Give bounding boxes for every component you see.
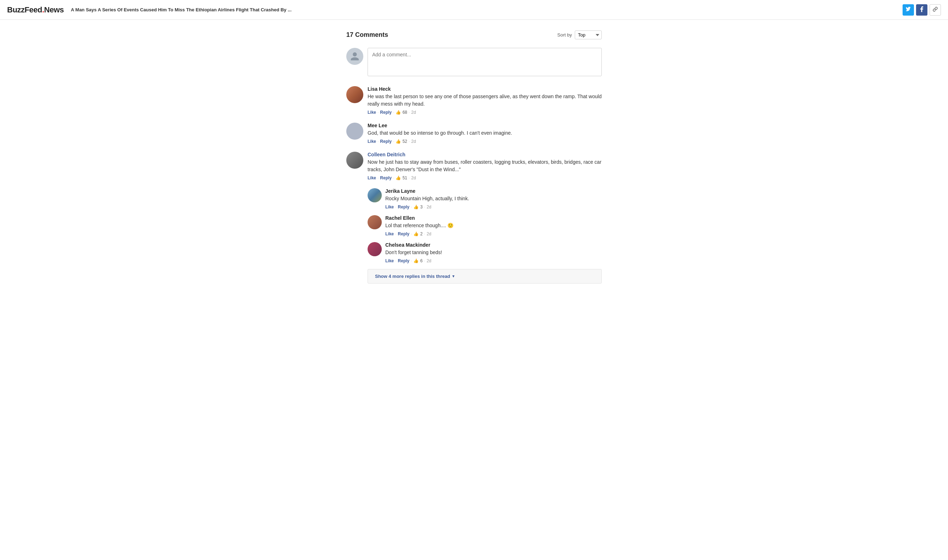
comments-list: Lisa Heck He was the last person to see … — [346, 86, 602, 283]
time-ago: 2d — [411, 175, 416, 180]
comment-text: Lol that reference though.... 🙂 — [385, 222, 602, 229]
reply-button[interactable]: Reply — [398, 231, 409, 236]
facebook-share-button[interactable] — [916, 4, 928, 15]
avatar — [346, 123, 363, 140]
logo-buzzfeed: BuzzFeed.News — [7, 5, 64, 15]
comment-actions: Like · Reply · 👍 51 · 2d — [367, 175, 602, 180]
sort-area: Sort by Top Newest Oldest — [557, 31, 602, 39]
thumbs-up-icon: 👍 — [413, 205, 418, 209]
comments-count: 17 Comments — [346, 31, 388, 38]
time-ago: 2d — [426, 231, 431, 236]
copy-link-button[interactable] — [929, 4, 941, 15]
comment-item: Colleen Deitrich Now he just has to stay… — [346, 152, 602, 180]
comment-author: Rachel Ellen — [385, 215, 602, 221]
replies-section: Jerika Layne Rocky Mountain High, actual… — [367, 188, 602, 263]
facebook-icon — [920, 6, 923, 13]
reply-body: Chelsea Mackinder Don't forget tanning b… — [385, 242, 602, 263]
comment-author: Lisa Heck — [367, 86, 602, 92]
comment-author: Mee Lee — [367, 123, 602, 128]
like-count: 68 — [402, 110, 407, 115]
comment-text: Don't forget tanning beds! — [385, 249, 602, 256]
reply-button[interactable]: Reply — [380, 110, 392, 115]
reply-button[interactable]: Reply — [380, 175, 392, 180]
like-button[interactable]: Like — [367, 139, 376, 144]
like-button[interactable]: Like — [367, 110, 376, 115]
comment-body: Lisa Heck He was the last person to see … — [367, 86, 602, 115]
comment-actions: Like · Reply · 👍 6 · 2d — [385, 258, 602, 263]
reply-item: Chelsea Mackinder Don't forget tanning b… — [367, 242, 602, 263]
like-count: 3 — [420, 205, 423, 209]
add-comment-row — [346, 48, 602, 76]
chevron-down-icon: ▾ — [452, 274, 454, 278]
comments-header: 17 Comments Sort by Top Newest Oldest — [346, 31, 602, 39]
like-count: 6 — [420, 258, 423, 263]
thumbs-up-icon: 👍 — [395, 110, 401, 115]
like-count: 51 — [402, 175, 407, 180]
thumbs-up-icon: 👍 — [413, 231, 418, 236]
thumbs-up-icon: 👍 — [395, 139, 401, 144]
reply-body: Rachel Ellen Lol that reference though..… — [385, 215, 602, 236]
avatar — [367, 242, 382, 256]
page-header: BuzzFeed.News A Man Says A Series Of Eve… — [0, 0, 948, 20]
thumbs-up-icon: 👍 — [413, 258, 418, 263]
comment-author: Jerika Layne — [385, 188, 602, 194]
article-title: A Man Says A Series Of Events Caused Him… — [71, 7, 898, 12]
current-user-avatar — [346, 48, 363, 65]
comment-actions: Like · Reply · 👍 68 · 2d — [367, 110, 602, 115]
comment-body: Colleen Deitrich Now he just has to stay… — [367, 152, 602, 180]
like-button[interactable]: Like — [385, 231, 394, 236]
thumbs-up-icon: 👍 — [395, 175, 401, 180]
main-content: 17 Comments Sort by Top Newest Oldest Li… — [339, 20, 609, 294]
reply-body: Jerika Layne Rocky Mountain High, actual… — [385, 188, 602, 209]
like-button[interactable]: Like — [385, 205, 394, 209]
comment-item: Mee Lee God, that would be so intense to… — [346, 123, 602, 144]
link-icon — [933, 7, 938, 13]
comment-text: Now he just has to stay away from buses,… — [367, 158, 602, 173]
avatar — [367, 215, 382, 229]
comment-text: Rocky Mountain High, actually, I think. — [385, 195, 602, 202]
comment-author: Chelsea Mackinder — [385, 242, 602, 248]
time-ago: 2d — [426, 205, 431, 209]
like-count: 2 — [420, 231, 423, 236]
share-icons — [903, 4, 941, 15]
comment-actions: Like · Reply · 👍 52 · 2d — [367, 139, 602, 144]
sort-select[interactable]: Top Newest Oldest — [575, 31, 602, 39]
show-more-replies-button[interactable]: Show 4 more replies in this thread ▾ — [367, 269, 602, 283]
twitter-icon — [906, 7, 911, 13]
time-ago: 2d — [411, 110, 416, 115]
comment-text: He was the last person to see any one of… — [367, 93, 602, 108]
time-ago: 2d — [426, 258, 431, 263]
reply-button[interactable]: Reply — [398, 258, 409, 263]
like-button[interactable]: Like — [367, 175, 376, 180]
like-button[interactable]: Like — [385, 258, 394, 263]
sort-label: Sort by — [557, 32, 572, 38]
comment-author: Colleen Deitrich — [367, 152, 602, 157]
logo: BuzzFeed.News — [7, 5, 64, 15]
reply-button[interactable]: Reply — [398, 205, 409, 209]
avatar — [367, 188, 382, 202]
comment-item: Lisa Heck He was the last person to see … — [346, 86, 602, 115]
show-more-label: Show 4 more replies in this thread — [375, 274, 450, 279]
comment-text: God, that would be so intense to go thro… — [367, 129, 602, 137]
reply-item: Jerika Layne Rocky Mountain High, actual… — [367, 188, 602, 209]
reply-item: Rachel Ellen Lol that reference though..… — [367, 215, 602, 236]
time-ago: 2d — [411, 139, 416, 144]
twitter-share-button[interactable] — [903, 4, 914, 15]
like-count: 52 — [402, 139, 407, 144]
add-comment-input[interactable] — [367, 48, 602, 76]
comment-actions: Like · Reply · 👍 2 · 2d — [385, 231, 602, 236]
avatar — [346, 152, 363, 169]
comment-actions: Like · Reply · 👍 3 · 2d — [385, 205, 602, 209]
avatar — [346, 86, 363, 103]
comment-body: Mee Lee God, that would be so intense to… — [367, 123, 602, 144]
reply-button[interactable]: Reply — [380, 139, 392, 144]
